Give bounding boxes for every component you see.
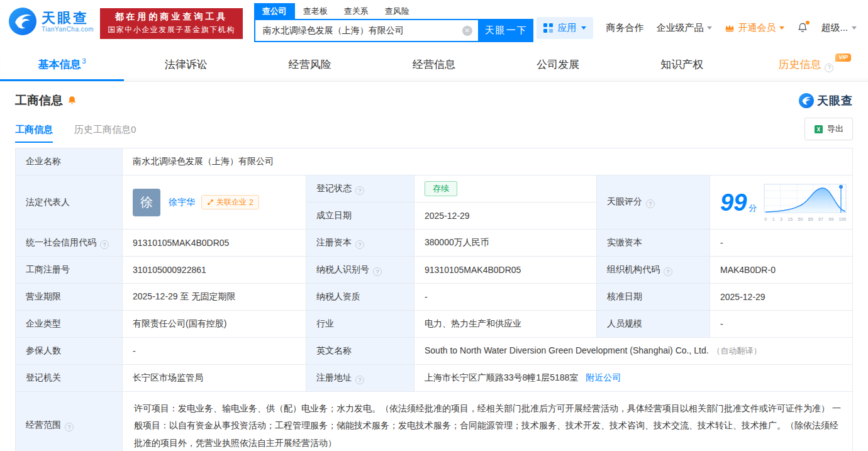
table-row: 统一社会信用代码? 91310105MAK4B0DR05 注册资本? 38000…: [16, 230, 853, 257]
search-input[interactable]: [263, 26, 462, 36]
field-label: 英文名称: [306, 338, 415, 365]
top-header: 天眼查 TianYanCha.com 都在用的商业查询工具 国家中小企业发展子基…: [0, 0, 868, 44]
english-name-value: South to North Water Diversion Green Dev…: [415, 338, 853, 365]
legal-rep-link[interactable]: 徐宇华: [169, 197, 195, 208]
subtab-business-info[interactable]: 工商信息: [15, 124, 53, 143]
table-row: 参保人数 - 英文名称 South to North Water Diversi…: [16, 338, 853, 365]
field-label: 参保人数: [16, 338, 123, 365]
field-label: 统一社会信用代码?: [16, 230, 123, 257]
field-label: 成立日期: [306, 203, 415, 230]
table-row: 工商注册号 310105000922861 纳税人识别号? 91310105MA…: [16, 257, 853, 284]
help-icon[interactable]: ?: [664, 267, 672, 276]
field-label: 登记机关: [16, 365, 123, 392]
company-type-value: 有限责任公司(国有控股): [123, 311, 306, 338]
help-icon[interactable]: ?: [646, 199, 655, 208]
help-icon[interactable]: ?: [65, 423, 74, 432]
nav-super-vip[interactable]: 超级...: [821, 22, 857, 34]
business-term-value: 2025-12-29 至 无固定期限: [123, 284, 306, 311]
chevron-down-icon: [581, 26, 586, 30]
brand-name: 天眼查: [42, 10, 94, 26]
tianyancha-logo-icon: [799, 93, 814, 108]
legal-rep-avatar[interactable]: 徐: [133, 189, 160, 216]
establish-date-value: 2025-12-29: [415, 203, 597, 230]
score-cell: 99分: [710, 175, 853, 230]
company-detail-tabs: 基本信息3 法律诉讼 经营风险 经营信息 公司发展 知识产权 历史信息?VIP: [0, 49, 868, 82]
field-label: 工商注册号: [16, 257, 123, 284]
tab-history-info[interactable]: 历史信息?VIP: [744, 49, 868, 81]
brand-domain: TianYanCha.com: [42, 26, 94, 33]
reg-authority-value: 长宁区市场监管局: [123, 365, 306, 392]
excel-icon: [814, 125, 823, 134]
search-button[interactable]: 天眼一下: [479, 19, 533, 42]
field-label: 注册地址?: [306, 365, 415, 392]
search-tab-relation[interactable]: 查关系: [336, 3, 377, 19]
clear-icon[interactable]: ✕: [462, 26, 472, 36]
insured-count-value: -: [123, 338, 306, 365]
reg-status-cell: 存续: [415, 175, 597, 203]
auto-translate-note: （自动翻译）: [713, 346, 762, 355]
tab-intellectual-property[interactable]: 知识产权: [620, 49, 744, 81]
help-icon[interactable]: ?: [355, 186, 364, 195]
help-icon[interactable]: ?: [355, 240, 364, 249]
field-label: 天眼评分?: [597, 175, 710, 230]
field-label: 经营范围?: [16, 392, 123, 451]
tab-operation-risk[interactable]: 经营风险: [248, 49, 372, 81]
field-label: 组织机构代码?: [597, 257, 710, 284]
search-tab-boss[interactable]: 查老板: [295, 3, 336, 19]
field-label: 企业类型: [16, 311, 123, 338]
brand-logo[interactable]: 天眼查 TianYanCha.com: [9, 8, 94, 35]
chevron-down-icon: [852, 26, 857, 30]
table-row: 法定代表人 徐 徐宇华 关联企业 2: [16, 175, 853, 203]
field-label: 登记状态?: [306, 175, 415, 203]
tab-legal-litigation[interactable]: 法律诉讼: [124, 49, 248, 81]
notification-bell-icon[interactable]: [797, 22, 808, 33]
apps-grid-icon: [543, 23, 553, 33]
business-info-table: 企业名称 南水北调绿色发展（上海）有限公司 法定代表人 徐 徐宇华 关联企: [15, 148, 853, 451]
legal-rep-cell: 徐 徐宇华 关联企业 2: [123, 175, 306, 230]
help-icon[interactable]: ?: [373, 267, 382, 276]
taxpayer-id-value: 91310105MAK4B0DR05: [415, 257, 597, 284]
paid-capital-value: -: [710, 230, 853, 257]
apps-label: 应用: [557, 22, 576, 34]
search-tab-company[interactable]: 查公司: [254, 3, 295, 19]
tab-operation-info[interactable]: 经营信息: [372, 49, 496, 81]
field-label: 注册资本?: [306, 230, 415, 257]
vip-badge: VIP: [835, 53, 851, 62]
field-label: 企业名称: [16, 148, 123, 175]
field-label: 纳税人识别号?: [306, 257, 415, 284]
subtab-history-business-info[interactable]: 历史工商信息0: [74, 124, 136, 143]
chevron-down-icon: [779, 26, 784, 30]
promo-banner: 都在用的商业查询工具 国家中小企业发展子基金旗下机构: [100, 8, 243, 39]
tab-company-development[interactable]: 公司发展: [496, 49, 620, 81]
apps-button[interactable]: 应用: [537, 17, 593, 39]
search-tabs: 查公司 查老板 查关系 查风险: [254, 3, 533, 19]
field-label: 营业期限: [16, 284, 123, 311]
field-label: 法定代表人: [16, 175, 123, 230]
help-icon[interactable]: ?: [355, 376, 364, 384]
tianyancha-logo-icon: [9, 8, 36, 35]
help-icon[interactable]: ?: [825, 64, 833, 72]
nearby-companies-link[interactable]: 附近公司: [586, 372, 621, 382]
taxpayer-quality-value: -: [415, 284, 597, 311]
announce-bell-icon[interactable]: [67, 96, 77, 106]
org-code-value: MAK4B0DR-0: [710, 257, 853, 284]
nav-enterprise-products[interactable]: 企业级产品: [656, 22, 712, 34]
search-area: 查公司 查老板 查关系 查风险 ✕ 天眼一下: [254, 3, 533, 42]
crown-icon: [725, 24, 735, 32]
section-header: 工商信息 天眼查: [15, 92, 853, 109]
help-icon[interactable]: ?: [100, 240, 109, 249]
business-scope-value: 许可项目：发电业务、输电业务、供（配）电业务；水力发电。（依法须经批准的项目，经…: [123, 392, 853, 451]
top-right-nav: 应用 商务合作 企业级产品 开通会员 超级...: [537, 16, 859, 39]
related-companies-badge[interactable]: 关联企业 2: [201, 195, 259, 209]
nav-open-membership[interactable]: 开通会员: [725, 22, 784, 34]
export-button[interactable]: 导出: [804, 118, 853, 140]
reg-number-value: 310105000922861: [123, 257, 306, 284]
reg-capital-value: 380000万人民币: [415, 230, 597, 257]
field-label: 纳税人资质: [306, 284, 415, 311]
network-icon: [207, 199, 214, 206]
score-value: 99分: [720, 191, 757, 214]
tab-basic-info[interactable]: 基本信息3: [0, 49, 124, 81]
nav-business-cooperation[interactable]: 商务合作: [606, 22, 643, 34]
field-label: 核准日期: [597, 284, 710, 311]
search-tab-risk[interactable]: 查风险: [377, 3, 418, 19]
